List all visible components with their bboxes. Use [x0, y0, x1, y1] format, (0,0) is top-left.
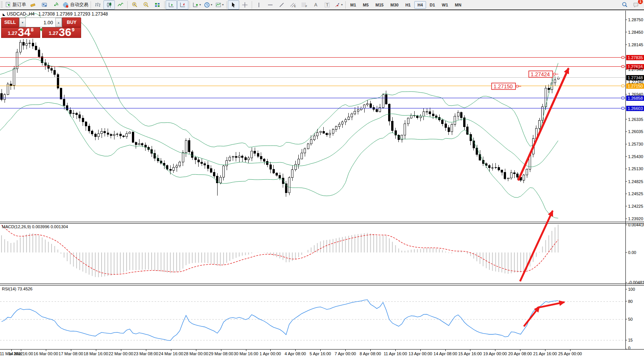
svg-text:18 Mar 16:00: 18 Mar 16:00 [84, 351, 108, 356]
svg-text:30 Mar 16:00: 30 Mar 16:00 [234, 351, 259, 356]
clock-icon [204, 2, 210, 8]
fibonacci-button[interactable]: F [299, 0, 310, 9]
svg-text:T: T [326, 3, 329, 7]
collapse-panel-icon[interactable]: ◣ [3, 13, 5, 16]
svg-text:23 Mar 08:00: 23 Mar 08:00 [134, 351, 158, 356]
text-label-icon: T [324, 2, 330, 8]
signal-button[interactable] [50, 0, 61, 9]
timeframe-h4[interactable]: H4 [414, 1, 426, 9]
svg-text:1.25130: 1.25130 [628, 166, 643, 171]
macd-name: MACD(12,26,9) [2, 224, 31, 229]
sell-price[interactable]: 1.27 34 8 [1, 27, 40, 38]
timeframe-m1[interactable]: M1 [347, 1, 359, 9]
zoom-in-button[interactable] [129, 0, 140, 9]
svg-text:1.26035: 1.26035 [628, 129, 643, 134]
sell-price-big: 34 [18, 27, 30, 37]
rsi-pane [0, 300, 625, 341]
vertical-line-icon [256, 2, 262, 8]
toolbar: 新订单 自动交易 ▾ ▾ [0, 0, 644, 10]
svg-text:15: 15 [628, 338, 633, 342]
cursor-button[interactable] [228, 0, 239, 9]
chart-shift-button[interactable] [177, 0, 188, 9]
auto-scroll-button[interactable] [166, 0, 177, 9]
svg-text:1.26335: 1.26335 [628, 117, 643, 122]
buy-price[interactable]: 1.27 36 9 [42, 27, 81, 38]
toolbar-separator [164, 1, 165, 9]
zoom-out-button[interactable] [140, 0, 152, 9]
macd-indicator-label: MACD(12,26,9) 0.003996 0.001304 [2, 224, 68, 229]
equidistant-channel-button[interactable]: E [287, 0, 299, 9]
svg-text:20 Apr 08:00: 20 Apr 08:00 [508, 351, 532, 356]
bollinger-bands [0, 13, 558, 218]
text-label-button[interactable]: T [321, 0, 333, 9]
macd-values: 0.003996 0.001304 [32, 224, 68, 229]
toolbar-grip[interactable] [1, 2, 3, 8]
svg-text:1.28750: 1.28750 [628, 17, 643, 22]
toolbar-separator [226, 1, 227, 9]
eraser-button[interactable] [27, 0, 39, 9]
signal-icon [53, 2, 59, 8]
rsi-value: 73.4526 [17, 287, 33, 291]
svg-text:25 Apr 00:00: 25 Apr 00:00 [558, 351, 582, 356]
auto-trading-button[interactable]: 自动交易 [61, 0, 89, 9]
horizontal-line-icon [267, 2, 273, 8]
bar-chart-button[interactable] [92, 0, 103, 9]
candlestick-chart-button[interactable] [103, 0, 115, 9]
text-button[interactable]: A [310, 0, 321, 9]
svg-text:29 Mar 08:00: 29 Mar 08:00 [209, 351, 233, 356]
buy-price-pip: 9 [72, 27, 74, 33]
svg-text:A: A [314, 2, 317, 8]
templates-button[interactable]: ▾ [214, 0, 225, 9]
periods-button[interactable]: ▾ [202, 0, 214, 9]
ohlc-readout: 1.27308 1.27369 1.27293 1.27348 [38, 11, 108, 17]
timeframe-m5[interactable]: M5 [360, 1, 371, 9]
svg-text:1.27150: 1.27150 [494, 83, 513, 89]
toolbar-separator [91, 1, 91, 9]
svg-text:21 Apr 16:00: 21 Apr 16:00 [533, 351, 557, 356]
new-chart-button[interactable]: ▾ [191, 0, 202, 9]
timeframe-h1[interactable]: H1 [402, 1, 414, 9]
market-watch-button[interactable] [39, 0, 50, 9]
timeframe-row: M1M5M15M30H1H4D1W1MN [347, 1, 465, 9]
svg-text:-0.004818: -0.004818 [628, 280, 644, 285]
line-chart-button[interactable] [115, 0, 126, 9]
new-order-button[interactable]: 新订单 [4, 0, 27, 9]
horizontal-lines[interactable]: 1.278351.276161.271501.268581.266031.273… [0, 55, 644, 111]
price-annotations[interactable]: 1.274241.27150 [492, 71, 558, 89]
equidistant-channel-icon: E [290, 2, 296, 8]
sell-button[interactable]: SELL [1, 17, 19, 27]
svg-text:22 Mar 00:00: 22 Mar 00:00 [109, 351, 133, 356]
timeframe-d1[interactable]: D1 [427, 1, 438, 9]
svg-text:1.27150: 1.27150 [628, 84, 643, 88]
timeframe-mn[interactable]: MN [452, 1, 464, 9]
svg-text:E: E [294, 5, 296, 8]
tile-windows-button[interactable] [152, 0, 163, 9]
notifications-button[interactable]: 1 [630, 0, 642, 9]
timeframe-m30[interactable]: M30 [387, 1, 401, 9]
trendline-button[interactable] [276, 0, 287, 9]
svg-text:1.25430: 1.25430 [628, 154, 643, 159]
chart-canvas[interactable]: 1.278351.276161.271501.268581.266031.273… [0, 0, 644, 359]
dropdown-arrow-icon: ▾ [211, 3, 212, 6]
timeframe-w1[interactable]: W1 [439, 1, 451, 9]
svg-text:1.28145: 1.28145 [628, 42, 643, 47]
time-axis[interactable]: 11 Mar 202214 Mar 16:0016 Mar 00:0017 Ma… [0, 349, 582, 356]
svg-text:1.27348: 1.27348 [628, 75, 643, 80]
vertical-line-button[interactable] [253, 0, 265, 9]
dropdown-arrow-icon: ▾ [222, 3, 224, 6]
search-button[interactable] [619, 0, 630, 9]
horizontal-line-button[interactable] [265, 0, 276, 9]
eraser-icon [30, 2, 36, 8]
svg-text:1 Apr 00:00: 1 Apr 00:00 [260, 351, 281, 356]
crosshair-button[interactable] [239, 0, 251, 9]
svg-text:50: 50 [628, 317, 633, 321]
chart-title: ◣USDCAD-,H41.27308 1.27369 1.27293 1.273… [3, 11, 108, 17]
svg-text:1.27240: 1.27240 [628, 80, 643, 84]
new-order-icon [5, 2, 11, 8]
timeframe-m15[interactable]: M15 [373, 1, 387, 9]
svg-text:0.004416: 0.004416 [628, 223, 644, 227]
svg-text:14 Mar 16:00: 14 Mar 16:00 [9, 351, 33, 356]
arrows-button[interactable]: ▾ [333, 0, 344, 9]
macd-axis: 0.0044160.00-0.004818 [625, 223, 644, 285]
svg-text:13 Apr 00:00: 13 Apr 00:00 [409, 351, 432, 356]
